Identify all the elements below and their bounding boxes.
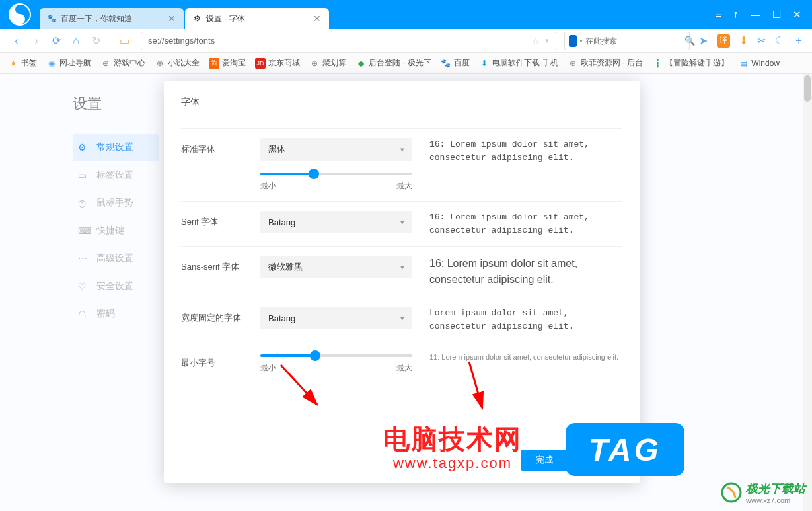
chevron-down-icon[interactable]: ▾ — [579, 37, 583, 44]
bookmarks-label[interactable]: ★ 书签 — [8, 58, 37, 69]
bookmark-item[interactable]: ◆后台登陆 - 极光下 — [355, 58, 431, 69]
globe-icon: ⊕ — [100, 58, 111, 69]
sidebar-item-general[interactable]: ⚙常规设置 — [73, 134, 159, 161]
chevron-down-icon: ▾ — [400, 218, 404, 227]
maximize-icon[interactable]: ☐ — [772, 9, 781, 20]
bookmark-item[interactable]: ┇【冒险解谜手游】 — [652, 58, 729, 69]
reader-icon[interactable]: ▭ — [116, 32, 133, 50]
star-icon[interactable]: ☆ — [532, 36, 540, 46]
bookmark-item[interactable]: 🐾百度 — [441, 58, 470, 69]
bookmark-item[interactable]: ⊕聚划算 — [309, 58, 346, 69]
search-box[interactable]: 🐾 ▾ 🔍 — [564, 32, 690, 50]
bookmark-item[interactable]: ▤Window — [738, 58, 780, 69]
address-bar[interactable]: ☆ ▾ — [141, 32, 556, 50]
label-min-size: 最小字号 — [181, 352, 260, 369]
home-button[interactable]: ⌂ — [67, 32, 85, 50]
site-icon: ⬇ — [479, 58, 490, 69]
sample-serif: 16: Lorem ipsum dolor sit amet, consecte… — [419, 211, 622, 237]
tab-title: 设置 - 字体 — [206, 13, 312, 24]
label-sans-font: Sans-serif 字体 — [181, 256, 260, 273]
sample-fixed: Lorem ipsum dolor sit amet, consectetur … — [419, 307, 622, 333]
dialog-footer: 完成 取消 — [521, 450, 622, 471]
settings-sidebar: ⚙常规设置 ▭标签设置 ◷鼠标手势 ⌨快捷键 ⋯高级设置 ♡安全设置 ☖密码 — [73, 134, 159, 328]
font-dialog: 字体 标准字体 黑体 ▾ 最小最大 16: Lorem ipsum dolor … — [164, 81, 640, 483]
person-icon: ☖ — [78, 309, 90, 319]
dialog-title: 字体 — [181, 97, 622, 108]
menu-icon[interactable]: ≡ — [716, 9, 721, 20]
reload-button[interactable]: ⟳ — [48, 32, 65, 50]
restore-button[interactable]: ↻ — [87, 32, 104, 50]
scissors-icon[interactable]: ✂ — [757, 34, 766, 47]
window-icon: ▤ — [738, 58, 749, 69]
scrollbar-thumb[interactable] — [804, 75, 811, 102]
gear-icon: ⚙ — [78, 142, 90, 153]
row-standard-font: 标准字体 黑体 ▾ 最小最大 16: Lorem ipsum dolor sit… — [181, 128, 622, 201]
tab-settings[interactable]: ⚙ 设置 - 字体 ✕ — [185, 8, 329, 29]
sidebar-item-security[interactable]: ♡安全设置 — [73, 272, 159, 300]
download-icon[interactable]: ⬇ — [739, 34, 748, 47]
back-button[interactable]: ‹ — [8, 32, 25, 50]
bookmark-item[interactable]: ⬇电脑软件下载-手机 — [479, 58, 558, 69]
clock-icon: ◷ — [78, 198, 90, 208]
select-fixed-font[interactable]: Batang ▾ — [260, 307, 412, 329]
nav-toolbar: ‹ › ⟳ ⌂ ↻ ▭ ☆ ▾ 🐾 ▾ 🔍 ➤ 译 ⬇ ✂ ☾ ＋ — [0, 29, 812, 53]
sidebar-item-tabs[interactable]: ▭标签设置 — [73, 161, 159, 189]
search-input[interactable] — [585, 36, 684, 46]
globe-icon: ⊕ — [568, 58, 578, 69]
chevron-down-icon: ▾ — [400, 145, 404, 154]
label-fixed-font: 宽度固定的字体 — [181, 307, 260, 324]
moon-icon[interactable]: ☾ — [775, 34, 784, 47]
minimize-icon[interactable]: — — [751, 9, 760, 20]
page-title: 设置 — [73, 94, 159, 114]
globe-icon: ⊕ — [155, 58, 165, 69]
translate-icon[interactable]: 译 — [717, 34, 730, 48]
select-sans-font[interactable]: 微软雅黑 ▾ — [260, 256, 412, 278]
tab-title: 百度一下，你就知道 — [61, 13, 166, 24]
bookmark-item[interactable]: ⊕小说大全 — [155, 58, 200, 69]
sample-sans: 16: Lorem ipsum dolor sit amet, consecte… — [419, 256, 622, 288]
close-icon[interactable]: ✕ — [312, 13, 322, 24]
slider-min-size[interactable]: 最小最大 — [260, 354, 412, 373]
cancel-button[interactable]: 取消 — [575, 450, 622, 471]
url-input[interactable] — [148, 36, 532, 46]
select-standard-font[interactable]: 黑体 ▾ — [260, 138, 412, 161]
forward-button[interactable]: › — [28, 32, 45, 50]
content-area: 设置 ⚙常规设置 ▭标签设置 ◷鼠标手势 ⌨快捷键 ⋯高级设置 ♡安全设置 ☖密… — [0, 74, 812, 511]
close-icon[interactable]: ✕ — [166, 13, 177, 24]
row-serif-font: Serif 字体 Batang ▾ 16: Lorem ipsum dolor … — [181, 201, 622, 246]
paw-icon: 🐾 — [46, 13, 57, 24]
bookmark-item[interactable]: 淘爱淘宝 — [209, 58, 246, 69]
bookmark-item[interactable]: ⊕游戏中心 — [100, 58, 145, 69]
label-serif-font: Serif 字体 — [181, 211, 260, 228]
right-tools: ➤ 译 ⬇ ✂ ☾ ＋ — [692, 34, 804, 48]
dots-icon: ⋯ — [78, 253, 90, 264]
search-engine-icon[interactable]: 🐾 — [569, 35, 577, 47]
sidebar-item-advanced[interactable]: ⋯高级设置 — [73, 245, 159, 272]
close-window-icon[interactable]: ✕ — [793, 9, 801, 20]
plus-icon[interactable]: ＋ — [794, 34, 804, 48]
sidebar-item-password[interactable]: ☖密码 — [73, 300, 159, 328]
vertical-scrollbar[interactable] — [803, 74, 812, 511]
chevron-down-icon: ▾ — [400, 314, 404, 323]
select-serif-font[interactable]: Batang ▾ — [260, 211, 412, 233]
keyboard-icon: ⌨ — [78, 225, 90, 236]
chevron-down-icon[interactable]: ▾ — [545, 36, 549, 45]
row-fixed-font: 宽度固定的字体 Batang ▾ Lorem ipsum dolor sit a… — [181, 297, 622, 342]
globe-icon: ◉ — [46, 58, 57, 69]
bookmark-item[interactable]: JD京东商城 — [255, 58, 300, 69]
site-icon: ┇ — [652, 58, 663, 69]
window-controls: ≡ ⫯ — ☐ ✕ — [705, 9, 812, 20]
jd-icon: JD — [255, 58, 266, 69]
sample-minsize: 11: Lorem ipsum dolor sit amet, consecte… — [419, 352, 622, 363]
sidebar-item-gesture[interactable]: ◷鼠标手势 — [73, 189, 159, 217]
tab-baidu[interactable]: 🐾 百度一下，你就知道 ✕ — [40, 8, 184, 29]
bookmark-item[interactable]: ⊕欧菲资源网 - 后台 — [568, 58, 644, 69]
ok-button[interactable]: 完成 — [521, 450, 568, 471]
slider-standard-size[interactable]: 最小最大 — [260, 173, 412, 192]
cursor-icon[interactable]: ➤ — [699, 34, 708, 47]
tabs-row: 🐾 百度一下，你就知道 ✕ ⚙ 设置 - 字体 ✕ — [40, 0, 705, 29]
tab-icon: ▭ — [78, 170, 90, 180]
sidebar-item-shortcut[interactable]: ⌨快捷键 — [73, 217, 159, 245]
pin-icon[interactable]: ⫯ — [733, 9, 739, 20]
bookmark-item[interactable]: ◉网址导航 — [46, 58, 91, 69]
